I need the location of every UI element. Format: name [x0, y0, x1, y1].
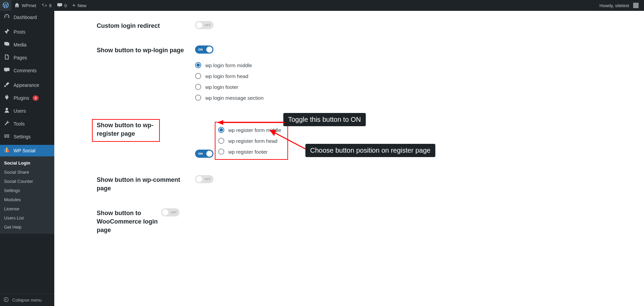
avatar	[633, 3, 639, 8]
site-name-link[interactable]: WPmet	[12, 0, 39, 11]
submenu-social-share[interactable]: Social Share	[0, 168, 54, 177]
wrench-icon	[3, 120, 10, 128]
menu-tools[interactable]: Tools	[0, 117, 54, 130]
updates-link[interactable]: 8	[39, 0, 54, 11]
callout-position: Choose button position on register page	[305, 144, 435, 157]
radio-wp-login-middle[interactable]: wp login form middle	[195, 60, 550, 71]
menu-comments[interactable]: Comments	[0, 64, 54, 77]
howdy-text: Howdy, sitetest	[600, 3, 629, 8]
pin-icon	[3, 28, 10, 36]
comments-link[interactable]: 0	[54, 0, 70, 11]
toggle-knob	[196, 176, 202, 182]
submenu-users-list[interactable]: Users List	[0, 213, 54, 223]
radio-icon	[218, 127, 224, 133]
main-content: Custom login redirect OFF Show button to…	[54, 0, 644, 306]
toggle-wp-comment[interactable]: OFF	[195, 175, 213, 183]
slider-icon	[3, 133, 10, 140]
setting-wp-comment: Show button in wp-comment page OFF	[97, 175, 550, 193]
radio-wp-login-message[interactable]: wp login message section	[195, 92, 550, 103]
my-account-link[interactable]: Howdy, sitetest	[597, 0, 641, 11]
menu-settings[interactable]: Settings	[0, 130, 54, 143]
menu-plugins[interactable]: Plugins 8	[0, 92, 54, 104]
radio-icon	[195, 73, 201, 79]
home-icon	[14, 2, 20, 9]
label-custom-login-redirect: Custom login redirect	[97, 21, 195, 30]
toggle-knob	[206, 46, 212, 53]
toggle-woocommerce[interactable]: OFF	[161, 208, 179, 216]
page-icon	[3, 54, 10, 61]
svg-marker-2	[217, 120, 223, 125]
menu-appearance[interactable]: Appearance	[0, 79, 54, 92]
comments-count: 0	[64, 3, 67, 8]
arrow-icon	[217, 119, 285, 126]
toggle-knob	[206, 151, 212, 157]
arrow-icon	[268, 128, 309, 152]
new-label: New	[77, 3, 86, 8]
setting-wp-login: Show button to wp-login page ON wp login…	[97, 45, 550, 103]
plugin-badge: 8	[33, 95, 39, 101]
submenu-get-help[interactable]: Get Help	[0, 223, 54, 232]
setting-woocommerce: Show button to WooCommerce login page OF…	[97, 208, 550, 235]
dashboard-icon	[3, 14, 10, 21]
svg-line-3	[273, 132, 305, 149]
toggle-knob	[196, 22, 202, 28]
wp-logo[interactable]	[0, 0, 12, 11]
submenu-license[interactable]: License	[0, 204, 54, 213]
setting-custom-login-redirect: Custom login redirect OFF	[97, 21, 550, 30]
label-wp-register: Show button to wp-register page	[97, 122, 153, 137]
radio-icon	[218, 138, 224, 144]
setting-wp-register: Show button to wp-register page ON wp re…	[97, 118, 550, 160]
radio-group-wp-login: wp login form middle wp login form head …	[195, 60, 550, 103]
brush-icon	[3, 81, 10, 89]
menu-dashboard[interactable]: Dashboard	[0, 11, 54, 24]
new-content-link[interactable]: + New	[70, 0, 89, 11]
plus-icon: +	[72, 3, 75, 8]
label-wp-login: Show button to wp-login page	[97, 45, 195, 55]
submenu-settings[interactable]: Settings	[0, 186, 54, 195]
menu-wp-social[interactable]: WP Social	[0, 145, 54, 156]
admin-menu: Dashboard Posts Media Pages Comments App…	[0, 11, 54, 306]
wpsocial-icon	[3, 148, 10, 154]
toggle-wp-register[interactable]: ON	[195, 150, 213, 158]
radio-wp-login-head[interactable]: wp login form head	[195, 71, 550, 81]
radio-icon	[195, 95, 201, 101]
toggle-wp-login[interactable]: ON	[195, 45, 213, 54]
toggle-knob	[162, 209, 168, 215]
svg-point-0	[4, 298, 8, 302]
radio-icon	[195, 62, 201, 68]
plugin-icon	[3, 94, 10, 102]
label-woocommerce: Show button to WooCommerce login page	[97, 208, 161, 235]
submenu-social-counter[interactable]: Social Counter	[0, 177, 54, 186]
site-name-text: WPmet	[22, 3, 36, 8]
radio-wp-login-footer[interactable]: wp login footer	[195, 81, 550, 92]
submenu-modules[interactable]: Modules	[0, 195, 54, 204]
comment-icon	[57, 2, 62, 9]
highlight-box-label: Show button to wp-register page	[92, 119, 160, 141]
menu-users[interactable]: Users	[0, 104, 54, 117]
label-wp-comment: Show button in wp-comment page	[97, 175, 195, 193]
wordpress-icon	[3, 2, 9, 9]
callout-toggle: Toggle this button to ON	[283, 113, 366, 126]
user-icon	[3, 107, 10, 115]
collapse-menu[interactable]: Collapse menu	[0, 294, 54, 306]
toggle-custom-login-redirect[interactable]: OFF	[195, 21, 213, 29]
svg-marker-4	[269, 130, 276, 136]
collapse-icon	[3, 297, 9, 303]
admin-bar: WPmet 8 0 + New Howdy, sitetest	[0, 0, 644, 11]
menu-pages[interactable]: Pages	[0, 51, 54, 64]
menu-posts[interactable]: Posts	[0, 25, 54, 38]
radio-icon	[218, 149, 224, 155]
wp-social-submenu: Social Login Social Share Social Counter…	[0, 156, 54, 234]
menu-media[interactable]: Media	[0, 38, 54, 51]
radio-icon	[195, 84, 201, 90]
update-icon	[42, 2, 47, 9]
submenu-social-login[interactable]: Social Login	[0, 158, 54, 168]
comment-icon	[3, 67, 10, 74]
updates-count: 8	[49, 3, 52, 8]
media-icon	[3, 41, 10, 49]
